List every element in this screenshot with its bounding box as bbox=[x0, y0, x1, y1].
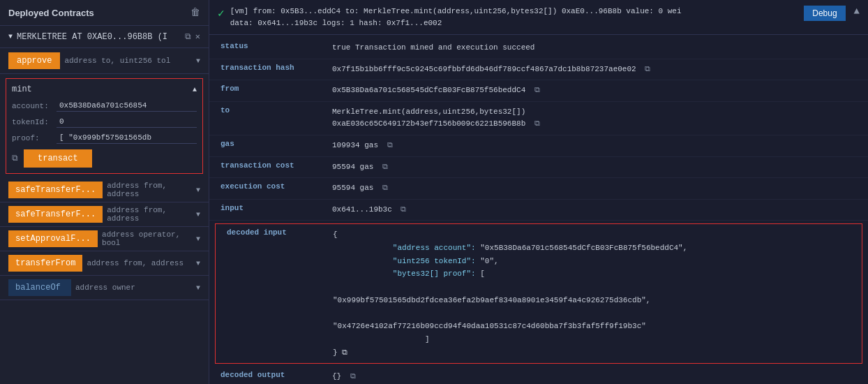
tx-cost-label: transaction cost bbox=[220, 161, 332, 170]
proof-line1: "0x999bf57501565dbd2fdcea36efa2b9aef8340… bbox=[333, 296, 650, 304]
tokenid-val: "0", bbox=[480, 257, 498, 265]
collapse-icon[interactable]: ▲ bbox=[193, 86, 197, 94]
chevron-down-icon[interactable]: ▼ bbox=[196, 260, 200, 267]
account-input[interactable] bbox=[57, 100, 197, 112]
close-bracket: ] bbox=[425, 335, 430, 344]
tx-hash-label: transaction hash bbox=[220, 64, 332, 72]
mint-section: mint ▲ account: tokenId: proof: ⧉ transa… bbox=[6, 78, 203, 174]
notification-line1: [vm] from: 0x5B3...eddC4 to: MerkleTree.… bbox=[230, 7, 682, 15]
proof-key: "bytes32[] proof": bbox=[393, 269, 476, 278]
safe-transfer-2-row: safeTransferF... address from, address ▼ bbox=[0, 202, 209, 227]
decoded-input-box: decoded input { "address account": "0x5B… bbox=[215, 223, 862, 364]
proof-field: proof: bbox=[12, 132, 197, 144]
chevron-down-icon[interactable]: ▼ bbox=[196, 186, 200, 194]
exec-cost-text: 95594 gas bbox=[332, 184, 373, 192]
status-label: status bbox=[220, 42, 332, 50]
debug-button[interactable]: Debug bbox=[804, 6, 845, 21]
proof-input[interactable] bbox=[57, 132, 197, 144]
trash-icon[interactable]: 🗑 bbox=[190, 7, 200, 18]
copy-icon[interactable]: ⧉ bbox=[185, 32, 191, 42]
tokenid-key: "uint256 tokenId": bbox=[393, 257, 476, 265]
decoded-closing-brace: } bbox=[333, 348, 338, 357]
copy-icon[interactable]: ⧉ bbox=[387, 141, 393, 149]
chevron-down-icon: ▼ bbox=[8, 33, 13, 40]
account-key: "address account": bbox=[393, 244, 476, 252]
proof-label: proof: bbox=[12, 134, 54, 142]
copy-icon[interactable]: ⧉ bbox=[382, 184, 388, 192]
deployed-contracts-header: Deployed Contracts 🗑 bbox=[0, 0, 209, 26]
account-label: account: bbox=[12, 102, 54, 110]
copy-icon[interactable]: ⧉ bbox=[350, 372, 356, 381]
transact-button[interactable]: transact bbox=[24, 149, 92, 168]
tokenid-field: tokenId: bbox=[12, 116, 197, 128]
notification-line2: data: 0x641...19b3c logs: 1 hash: 0x7f1.… bbox=[230, 19, 442, 27]
exec-cost-label: execution cost bbox=[220, 182, 332, 191]
copy-icon[interactable]: ⧉ bbox=[342, 348, 347, 357]
decoded-output-value: {} ⧉ bbox=[332, 371, 857, 383]
tx-cost-text: 95594 gas bbox=[332, 163, 373, 171]
tokenid-input[interactable] bbox=[57, 116, 197, 128]
input-value: 0x641...19b3c ⧉ bbox=[332, 204, 857, 216]
chevron-down-icon[interactable]: ▼ bbox=[196, 284, 200, 292]
gas-text: 109934 gas bbox=[332, 141, 378, 149]
safe-transfer-1-button[interactable]: safeTransferF... bbox=[8, 182, 103, 198]
decoded-input-label: decoded input bbox=[227, 228, 333, 237]
safe-transfer-2-params: address from, address bbox=[107, 206, 192, 223]
right-panel: ✓ [vm] from: 0x5B3...eddC4 to: MerkleTre… bbox=[209, 0, 868, 384]
collapse-icon[interactable]: ▲ bbox=[854, 6, 860, 17]
tx-cost-row: transaction cost 95594 gas ⧉ bbox=[209, 157, 868, 179]
balance-of-button[interactable]: balanceOf bbox=[8, 279, 71, 296]
tx-hash-value: 0x7f15b1bb6fff9c5c9245c69fbbfd6db46df789… bbox=[332, 64, 857, 76]
from-value: 0x5B38Da6a701c568545dCfcB03FcB875f56bedd… bbox=[332, 84, 857, 97]
transaction-details: status true Transaction mined and execut… bbox=[209, 35, 868, 384]
deployed-contracts-title: Deployed Contracts bbox=[8, 8, 94, 18]
decoded-output-label: decoded output bbox=[220, 371, 332, 379]
balance-of-row: balanceOf address owner ▼ bbox=[0, 276, 209, 300]
proof-line2: "0x4726e4102af77216b09ccd94f40daa10531c8… bbox=[333, 322, 646, 330]
gas-label: gas bbox=[220, 140, 332, 148]
chevron-down-icon[interactable]: ▼ bbox=[196, 57, 200, 65]
approve-button[interactable]: approve bbox=[8, 52, 60, 69]
copy-icon[interactable]: ⧉ bbox=[401, 205, 406, 214]
status-row: status true Transaction mined and execut… bbox=[209, 38, 868, 59]
copy-icon[interactable]: ⧉ bbox=[645, 65, 650, 73]
chevron-down-icon[interactable]: ▼ bbox=[196, 211, 200, 219]
copy-icon[interactable]: ⧉ bbox=[534, 119, 540, 128]
approve-params: address to, uint256 tol bbox=[64, 57, 192, 65]
exec-cost-value: 95594 gas ⧉ bbox=[332, 182, 857, 195]
left-panel: Deployed Contracts 🗑 ▼ MERKLETREE AT 0XA… bbox=[0, 0, 209, 384]
input-label: input bbox=[220, 204, 332, 212]
decoded-input-content: { "address account": "0x5B38Da6a701c5685… bbox=[333, 228, 851, 359]
tx-hash-row: transaction hash 0x7f15b1bb6fff9c5c9245c… bbox=[209, 59, 868, 81]
copy-icon[interactable]: ⧉ bbox=[382, 163, 388, 171]
transfer-from-params: address from, address bbox=[87, 259, 192, 267]
decoded-opening-brace: { bbox=[333, 230, 338, 239]
proof-val: [ bbox=[480, 269, 485, 278]
safe-transfer-1-params: address from, address bbox=[107, 182, 192, 198]
contract-item[interactable]: ▼ MERKLETREE AT 0XAE0...96B8B (I ⧉ ✕ bbox=[0, 26, 209, 48]
copy-icon[interactable]: ⧉ bbox=[534, 86, 540, 94]
account-val: "0x5B38Da6a701c568545dCfcB03FcB875f56bed… bbox=[480, 244, 687, 252]
gas-value: 109934 gas ⧉ bbox=[332, 140, 857, 152]
from-row: from 0x5B38Da6a701c568545dCfcB03FcB875f5… bbox=[209, 80, 868, 102]
status-value: true Transaction mined and execution suc… bbox=[332, 42, 857, 54]
account-field: account: bbox=[12, 100, 197, 112]
close-icon[interactable]: ✕ bbox=[195, 31, 200, 42]
tokenid-label: tokenId: bbox=[12, 118, 54, 126]
decoded-output-row: decoded output {} ⧉ bbox=[209, 367, 868, 384]
balance-of-params: address owner bbox=[75, 283, 192, 292]
decoded-output-text: {} bbox=[332, 372, 341, 381]
safe-transfer-2-button[interactable]: safeTransferF... bbox=[8, 206, 103, 223]
notification-bar: ✓ [vm] from: 0x5B3...eddC4 to: MerkleTre… bbox=[209, 0, 868, 35]
set-approval-button[interactable]: setApprovalF... bbox=[8, 230, 98, 247]
mint-header: mint ▲ bbox=[12, 84, 197, 94]
status-text: true Transaction mined and execution suc… bbox=[332, 43, 534, 52]
approve-function-row: approve address to, uint256 tol ▼ bbox=[0, 48, 209, 74]
copy-icon[interactable]: ⧉ bbox=[12, 154, 18, 163]
tx-cost-value: 95594 gas ⧉ bbox=[332, 161, 857, 174]
chevron-down-icon[interactable]: ▼ bbox=[196, 235, 200, 243]
set-approval-row: setApprovalF... address operator, bool ▼ bbox=[0, 227, 209, 251]
transfer-from-row: transferFrom address from, address ▼ bbox=[0, 251, 209, 276]
transfer-from-button[interactable]: transferFrom bbox=[8, 255, 82, 272]
gas-row: gas 109934 gas ⧉ bbox=[209, 135, 868, 157]
